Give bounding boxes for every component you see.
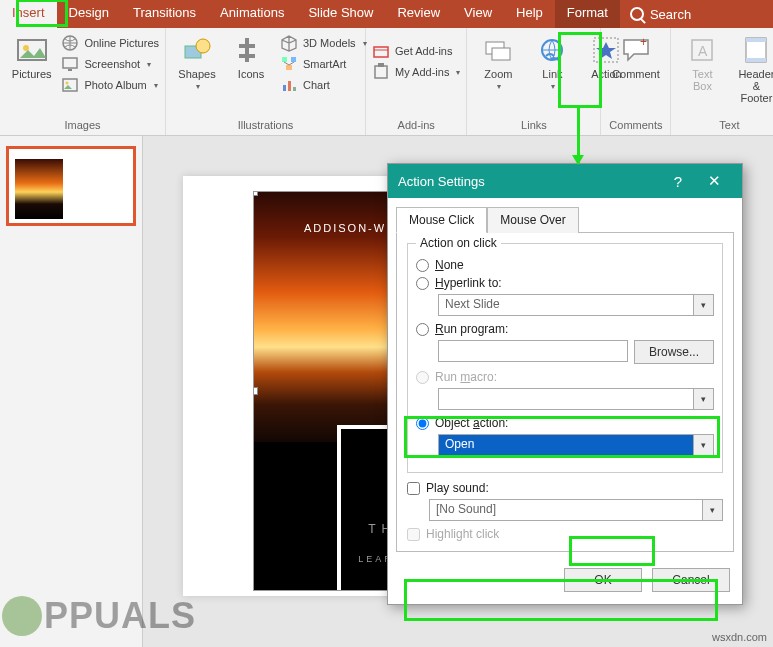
radio-run-macro: Run macro: bbox=[416, 370, 714, 384]
radio-run-program[interactable]: Run program: bbox=[416, 322, 714, 336]
run-program-input[interactable] bbox=[438, 340, 628, 362]
3d-models-button[interactable]: 3D Models▾ bbox=[280, 34, 367, 52]
tab-mouse-click[interactable]: Mouse Click bbox=[396, 207, 487, 233]
my-addins-button[interactable]: My Add-ins▾ bbox=[372, 63, 460, 81]
thumbnail-cover bbox=[15, 159, 63, 219]
close-button[interactable]: ✕ bbox=[696, 172, 732, 190]
play-sound-checkbox[interactable]: Play sound: bbox=[407, 481, 723, 495]
search-label: Search bbox=[650, 7, 691, 22]
chart-button[interactable]: Chart bbox=[280, 76, 367, 94]
tab-review[interactable]: Review bbox=[385, 0, 452, 28]
tab-design[interactable]: Design bbox=[57, 0, 121, 28]
search-box[interactable]: Search bbox=[620, 0, 701, 28]
annotation-arrow bbox=[577, 108, 580, 163]
images-group-label: Images bbox=[6, 116, 159, 135]
online-pictures-button[interactable]: Online Pictures bbox=[61, 34, 159, 52]
tab-slideshow[interactable]: Slide Show bbox=[296, 0, 385, 28]
svg-point-1 bbox=[23, 45, 29, 51]
link-icon bbox=[536, 34, 568, 66]
chevron-down-icon: ▾ bbox=[702, 500, 722, 520]
tab-help[interactable]: Help bbox=[504, 0, 555, 28]
icons-icon bbox=[235, 34, 267, 66]
resize-handle-nw[interactable] bbox=[253, 191, 258, 196]
header-footer-icon bbox=[740, 34, 772, 66]
svg-rect-26 bbox=[746, 38, 766, 42]
dialog-pane: Action on click None Hyperlink to: Next … bbox=[396, 232, 734, 552]
svg-rect-15 bbox=[374, 47, 388, 57]
shapes-button[interactable]: Shapes▾ bbox=[172, 32, 222, 116]
online-pictures-icon bbox=[61, 34, 79, 52]
zoom-button[interactable]: Zoom▾ bbox=[473, 32, 523, 116]
object-action-select[interactable]: Open▾ bbox=[438, 434, 714, 456]
svg-point-6 bbox=[66, 82, 69, 85]
link-button[interactable]: Link▾ bbox=[527, 32, 577, 116]
header-footer-button[interactable]: Header & Footer bbox=[731, 32, 773, 116]
dialog-footer: OK Cancel bbox=[388, 560, 742, 604]
screenshot-icon bbox=[61, 55, 79, 73]
chevron-down-icon: ▾ bbox=[693, 295, 713, 315]
watermark-icon bbox=[2, 596, 42, 636]
highlight-click-checkbox: Highlight click bbox=[407, 527, 723, 541]
icons-button[interactable]: Icons bbox=[226, 32, 276, 116]
svg-text:+: + bbox=[640, 35, 647, 49]
cube-icon bbox=[280, 34, 298, 52]
illustrations-group-label: Illustrations bbox=[172, 116, 359, 135]
ribbon-groups: Pictures Online Pictures Screenshot▾ Pho… bbox=[0, 28, 773, 136]
action-settings-dialog: Action Settings ? ✕ Mouse Click Mouse Ov… bbox=[387, 163, 743, 605]
watermark: PPUALS bbox=[2, 595, 196, 637]
svg-point-8 bbox=[196, 39, 210, 53]
sound-select[interactable]: [No Sound]▾ bbox=[429, 499, 723, 521]
photo-album-icon bbox=[61, 76, 79, 94]
svg-rect-14 bbox=[293, 87, 296, 91]
svg-rect-11 bbox=[286, 65, 292, 70]
svg-rect-4 bbox=[68, 69, 72, 71]
radio-none[interactable]: None bbox=[416, 258, 714, 272]
radio-object-action[interactable]: Object action: bbox=[416, 416, 714, 430]
credit-text: wsxdn.com bbox=[712, 631, 767, 643]
store-icon bbox=[372, 42, 390, 60]
search-icon bbox=[630, 7, 644, 21]
photo-album-button[interactable]: Photo Album▾ bbox=[61, 76, 159, 94]
tab-transitions[interactable]: Transitions bbox=[121, 0, 208, 28]
help-button[interactable]: ? bbox=[660, 173, 696, 190]
hyperlink-select[interactable]: Next Slide▾ bbox=[438, 294, 714, 316]
shapes-icon bbox=[181, 34, 213, 66]
pictures-button[interactable]: Pictures bbox=[6, 32, 57, 116]
radio-hyperlink[interactable]: Hyperlink to: bbox=[416, 276, 714, 290]
addins-group-label: Add-ins bbox=[372, 116, 460, 135]
tab-animations[interactable]: Animations bbox=[208, 0, 296, 28]
cancel-button[interactable]: Cancel bbox=[652, 568, 730, 592]
chevron-down-icon: ▾ bbox=[693, 435, 713, 455]
tab-format[interactable]: Format bbox=[555, 0, 620, 28]
macro-select: ▾ bbox=[438, 388, 714, 410]
ribbon-tabs: Insert Design Transitions Animations Sli… bbox=[0, 0, 773, 28]
comment-button[interactable]: + Comment bbox=[607, 32, 664, 116]
comment-icon: + bbox=[620, 34, 652, 66]
zoom-icon bbox=[482, 34, 514, 66]
browse-button[interactable]: Browse... bbox=[634, 340, 714, 364]
svg-rect-19 bbox=[492, 48, 510, 60]
tab-view[interactable]: View bbox=[452, 0, 504, 28]
dialog-tabs: Mouse Click Mouse Over bbox=[388, 198, 742, 232]
svg-rect-17 bbox=[378, 63, 384, 67]
text-group-label: Text bbox=[677, 116, 773, 135]
tab-mouse-over[interactable]: Mouse Over bbox=[487, 207, 578, 233]
resize-handle-w[interactable] bbox=[253, 387, 258, 395]
slide-thumbnail-1[interactable] bbox=[6, 146, 136, 226]
dialog-titlebar[interactable]: Action Settings ? ✕ bbox=[388, 164, 742, 198]
tab-insert[interactable]: Insert bbox=[0, 0, 57, 28]
ok-button[interactable]: OK bbox=[564, 568, 642, 592]
textbox-button[interactable]: A Text Box bbox=[677, 32, 727, 116]
svg-rect-9 bbox=[282, 57, 287, 62]
get-addins-button[interactable]: Get Add-ins bbox=[372, 42, 460, 60]
svg-rect-3 bbox=[63, 58, 77, 68]
pictures-icon bbox=[16, 34, 48, 66]
svg-rect-27 bbox=[746, 58, 766, 62]
action-on-click-group: Action on click None Hyperlink to: Next … bbox=[407, 243, 723, 473]
svg-rect-12 bbox=[283, 85, 286, 91]
svg-rect-13 bbox=[288, 81, 291, 91]
textbox-icon: A bbox=[686, 34, 718, 66]
screenshot-button[interactable]: Screenshot▾ bbox=[61, 55, 159, 73]
smartart-button[interactable]: SmartArt bbox=[280, 55, 367, 73]
svg-rect-10 bbox=[291, 57, 296, 62]
